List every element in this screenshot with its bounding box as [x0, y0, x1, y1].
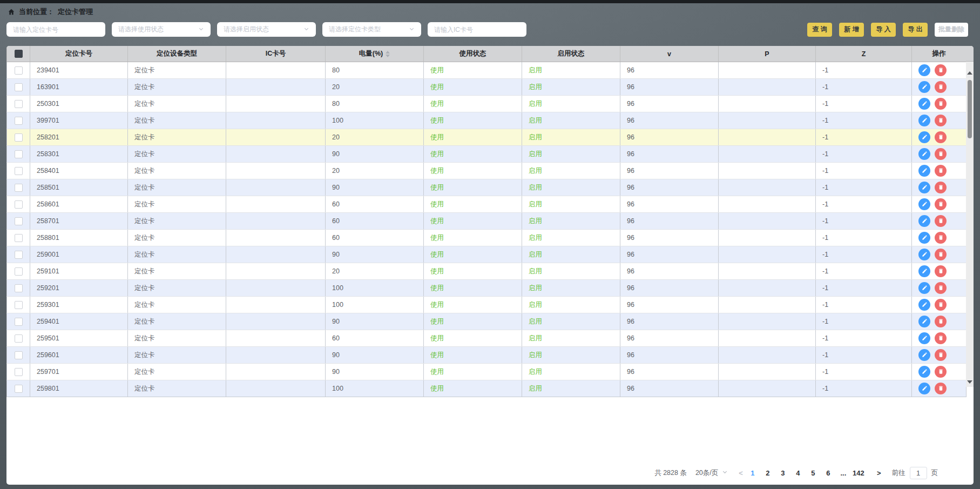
edit-button[interactable]	[918, 349, 930, 361]
table-row[interactable]: 258601定位卡60使用启用96-1	[7, 196, 967, 213]
table-row[interactable]: 259701定位卡90使用启用96-1	[7, 364, 967, 380]
edit-button[interactable]	[918, 316, 930, 327]
table-row[interactable]: 399701定位卡100使用启用96-1	[7, 112, 967, 129]
page-size-select[interactable]: 20条/页	[695, 468, 728, 478]
row-checkbox[interactable]	[15, 284, 23, 292]
page-number[interactable]: 1	[747, 469, 759, 477]
edit-button[interactable]	[918, 215, 930, 227]
edit-button[interactable]	[918, 265, 930, 277]
delete-button[interactable]	[935, 131, 947, 143]
delete-button[interactable]	[935, 349, 947, 361]
page-number[interactable]: 4	[792, 469, 804, 477]
edit-button[interactable]	[918, 198, 930, 210]
delete-button[interactable]	[935, 232, 947, 244]
sort-carets-icon[interactable]	[386, 51, 390, 57]
delete-button[interactable]	[935, 316, 947, 327]
table-row[interactable]: 258301定位卡90使用启用96-1	[7, 146, 967, 163]
prev-page-button[interactable]: <	[736, 469, 745, 477]
edit-button[interactable]	[918, 383, 930, 394]
edit-button[interactable]	[918, 182, 930, 193]
edit-button[interactable]	[918, 131, 930, 143]
row-checkbox[interactable]	[15, 385, 23, 393]
edit-button[interactable]	[918, 64, 930, 76]
search-button[interactable]: 查 询	[807, 23, 832, 37]
table-row[interactable]: 259601定位卡90使用启用96-1	[7, 347, 967, 364]
select-all-checkbox[interactable]	[15, 50, 23, 58]
page-number[interactable]: 142	[853, 469, 864, 477]
row-checkbox[interactable]	[15, 318, 23, 326]
row-checkbox[interactable]	[15, 217, 23, 225]
delete-button[interactable]	[935, 182, 947, 193]
table-row[interactable]: 259101定位卡20使用启用96-1	[7, 263, 967, 280]
row-checkbox[interactable]	[15, 184, 23, 192]
edit-button[interactable]	[918, 332, 930, 344]
table-row[interactable]: 258201定位卡20使用启用96-1	[7, 129, 967, 146]
row-checkbox[interactable]	[15, 351, 23, 359]
table-row[interactable]: 258801定位卡60使用启用96-1	[7, 230, 967, 246]
row-checkbox[interactable]	[15, 368, 23, 376]
ic-card-input[interactable]	[428, 22, 526, 37]
page-number[interactable]: 6	[822, 469, 834, 477]
table-row[interactable]: 239401定位卡80使用启用96-1	[7, 62, 967, 79]
delete-button[interactable]	[935, 165, 947, 177]
table-row[interactable]: 259401定位卡90使用启用96-1	[7, 313, 967, 330]
row-checkbox[interactable]	[15, 167, 23, 175]
page-number[interactable]: 2	[762, 469, 774, 477]
row-checkbox[interactable]	[15, 334, 23, 343]
delete-button[interactable]	[935, 299, 947, 311]
table-row[interactable]: 258701定位卡60使用启用96-1	[7, 213, 967, 230]
delete-button[interactable]	[935, 332, 947, 344]
goto-page-input[interactable]	[910, 467, 927, 479]
card-type-select[interactable]: 请选择定位卡类型	[322, 22, 421, 37]
scroll-down-icon[interactable]	[967, 380, 972, 384]
edit-button[interactable]	[918, 165, 930, 177]
table-row[interactable]: 259301定位卡100使用启用96-1	[7, 297, 967, 313]
edit-button[interactable]	[918, 282, 930, 294]
edit-button[interactable]	[918, 115, 930, 126]
page-number[interactable]: 5	[807, 469, 819, 477]
batch-delete-button[interactable]: 批量删除	[935, 23, 968, 37]
row-checkbox[interactable]	[15, 83, 23, 91]
vertical-scrollbar[interactable]	[966, 62, 974, 387]
page-ellipsis[interactable]: ...	[837, 469, 849, 477]
edit-button[interactable]	[918, 81, 930, 93]
row-checkbox[interactable]	[15, 133, 23, 142]
table-row[interactable]: 259801定位卡100使用启用96-1	[7, 380, 967, 397]
delete-button[interactable]	[935, 148, 947, 160]
table-row[interactable]: 259501定位卡60使用启用96-1	[7, 330, 967, 347]
import-button[interactable]: 导 入	[871, 23, 896, 37]
row-checkbox[interactable]	[15, 267, 23, 276]
add-button[interactable]: 新 增	[839, 23, 864, 37]
row-checkbox[interactable]	[15, 301, 23, 309]
table-row[interactable]: 258401定位卡20使用启用96-1	[7, 163, 967, 179]
delete-button[interactable]	[935, 98, 947, 110]
export-button[interactable]: 导 出	[903, 23, 928, 37]
edit-button[interactable]	[918, 249, 930, 260]
delete-button[interactable]	[935, 366, 947, 378]
table-row[interactable]: 258501定位卡90使用启用96-1	[7, 179, 967, 196]
delete-button[interactable]	[935, 383, 947, 394]
scrollbar-thumb[interactable]	[968, 80, 972, 138]
use-status-select[interactable]: 请选择使用状态	[112, 22, 211, 37]
delete-button[interactable]	[935, 81, 947, 93]
table-row[interactable]: 259001定位卡90使用启用96-1	[7, 246, 967, 263]
edit-button[interactable]	[918, 299, 930, 311]
delete-button[interactable]	[935, 282, 947, 294]
edit-button[interactable]	[918, 98, 930, 110]
table-row[interactable]: 163901定位卡20使用启用96-1	[7, 79, 967, 96]
row-checkbox[interactable]	[15, 66, 23, 75]
card-no-input[interactable]	[6, 22, 105, 37]
scroll-up-icon[interactable]	[967, 71, 972, 75]
next-page-button[interactable]: >	[875, 469, 883, 477]
row-checkbox[interactable]	[15, 251, 23, 259]
edit-button[interactable]	[918, 148, 930, 160]
page-number[interactable]: 3	[777, 469, 789, 477]
col-battery[interactable]: 电量(%)	[326, 46, 424, 62]
row-checkbox[interactable]	[15, 100, 23, 108]
delete-button[interactable]	[935, 265, 947, 277]
enable-status-select[interactable]: 请选择启用状态	[217, 22, 316, 37]
delete-button[interactable]	[935, 64, 947, 76]
delete-button[interactable]	[935, 249, 947, 260]
delete-button[interactable]	[935, 198, 947, 210]
edit-button[interactable]	[918, 232, 930, 244]
